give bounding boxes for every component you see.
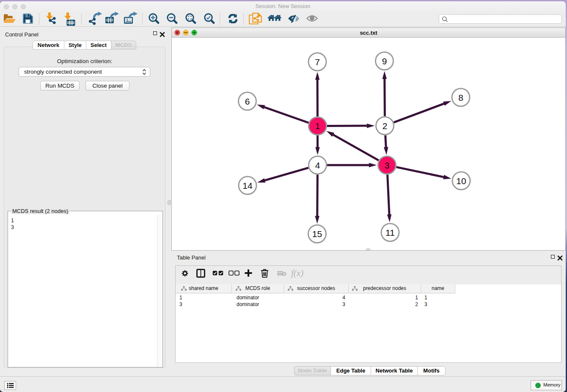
svg-text:8: 8 <box>458 93 463 102</box>
svg-text:2: 2 <box>383 121 388 131</box>
svg-text:4: 4 <box>315 160 320 170</box>
svg-text:9: 9 <box>382 56 387 66</box>
svg-text:3: 3 <box>385 160 390 170</box>
svg-text:10: 10 <box>456 176 466 186</box>
svg-text:6: 6 <box>245 97 250 106</box>
svg-text:7: 7 <box>315 57 320 67</box>
svg-text:14: 14 <box>242 181 253 190</box>
svg-text:11: 11 <box>385 228 395 237</box>
svg-text:1: 1 <box>315 121 320 131</box>
svg-text:15: 15 <box>312 229 322 239</box>
